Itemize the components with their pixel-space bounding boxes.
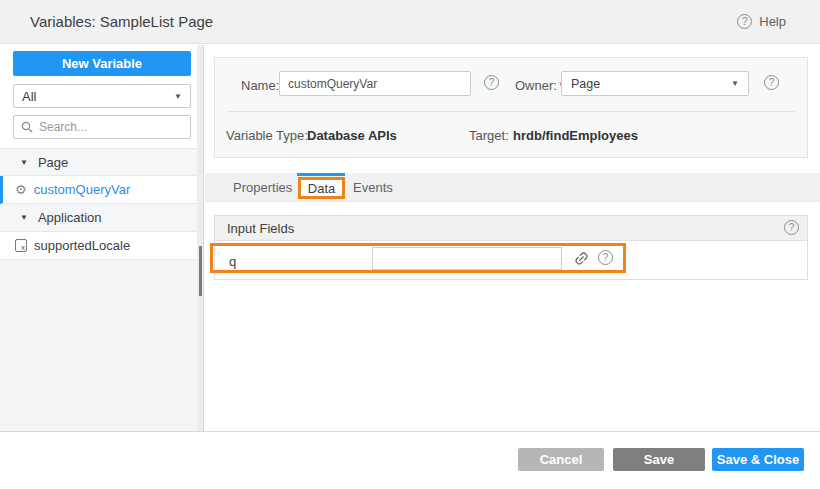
input-field-q[interactable]: [372, 247, 562, 270]
tab-events[interactable]: Events: [353, 180, 393, 195]
target-label: Target:: [469, 128, 509, 143]
name-field[interactable]: [279, 71, 471, 96]
caret-down-icon: ▼: [20, 213, 28, 222]
chevron-down-icon: ▼: [731, 79, 739, 88]
target-value: hrdb/findEmployees: [513, 128, 638, 143]
service-variable-icon: ⚙: [15, 183, 27, 196]
cancel-button[interactable]: Cancel: [518, 448, 604, 471]
tree-item-customqueryvar[interactable]: ⚙ customQueryVar: [0, 176, 197, 204]
locale-variable-icon: x: [15, 239, 27, 252]
bind-link-icon[interactable]: [572, 249, 590, 267]
variable-type-value: Database APIs: [307, 128, 397, 143]
chevron-down-icon: ▼: [174, 92, 182, 101]
active-tab-indicator: [297, 173, 345, 176]
search-icon: [21, 121, 33, 133]
sidebar-scrollbar-track: [197, 45, 204, 431]
tree-group-label: Page: [38, 155, 68, 170]
owner-select-value: Page: [571, 77, 600, 91]
input-fields-help-icon[interactable]: ?: [784, 220, 799, 235]
owner-label: Owner:*: [515, 78, 564, 93]
tree-group-page[interactable]: ▼ Page: [0, 148, 197, 176]
help-icon: ?: [737, 14, 752, 29]
owner-select[interactable]: Page ▼: [561, 71, 749, 96]
sidebar-empty-area: [0, 260, 197, 431]
variable-type-label: Variable Type:: [226, 128, 308, 143]
variable-filter-value: All: [22, 89, 36, 104]
save-button[interactable]: Save: [613, 448, 705, 471]
tree-group-application[interactable]: ▼ Application: [0, 204, 197, 232]
input-fields-header: Input Fields ?: [215, 216, 807, 241]
save-and-close-button[interactable]: Save & Close: [712, 448, 804, 471]
help-button[interactable]: ? Help: [737, 14, 786, 29]
search-input[interactable]: [39, 120, 169, 134]
tree-item-label: supportedLocale: [34, 238, 130, 253]
owner-help-icon[interactable]: ?: [764, 75, 779, 90]
variable-filter-select[interactable]: All ▼: [13, 84, 191, 108]
name-help-icon[interactable]: ?: [484, 75, 499, 90]
input-field-help-icon[interactable]: ?: [598, 250, 613, 265]
variables-tree: ▼ Page ⚙ customQueryVar ▼ Application x …: [0, 148, 197, 260]
input-fields-title: Input Fields: [227, 221, 294, 236]
divider: [227, 111, 795, 112]
variable-search[interactable]: [13, 115, 191, 139]
tab-bar: Properties Data Events: [205, 173, 820, 202]
tab-properties[interactable]: Properties: [233, 180, 292, 195]
help-label: Help: [759, 14, 786, 29]
footer-bar: Cancel Save Save & Close: [0, 431, 820, 489]
tab-data-label: Data: [308, 181, 335, 196]
new-variable-button[interactable]: New Variable: [13, 51, 191, 76]
variable-summary-panel: Name:* ? Owner:* Page ▼ ? Variable Type:…: [214, 57, 808, 158]
input-field-q-label: q: [229, 254, 236, 269]
tree-item-label: customQueryVar: [34, 182, 131, 197]
tree-item-supportedlocale[interactable]: x supportedLocale: [0, 232, 197, 260]
variables-dialog: Variables: SampleList Page ? Help New Va…: [0, 0, 820, 489]
tree-group-label: Application: [38, 210, 102, 225]
variables-sidebar: New Variable All ▼ ▼ Page ⚙ customQueryV…: [0, 45, 197, 431]
sidebar-scrollbar-thumb[interactable]: [199, 246, 202, 296]
page-title: Variables: SampleList Page: [30, 13, 213, 30]
variable-detail-panel: Name:* ? Owner:* Page ▼ ? Variable Type:…: [205, 45, 820, 431]
input-fields-panel: Input Fields ? q ?: [214, 215, 808, 280]
title-bar: Variables: SampleList Page ? Help: [0, 0, 820, 44]
caret-down-icon: ▼: [20, 158, 28, 167]
tab-data[interactable]: Data: [298, 177, 345, 199]
